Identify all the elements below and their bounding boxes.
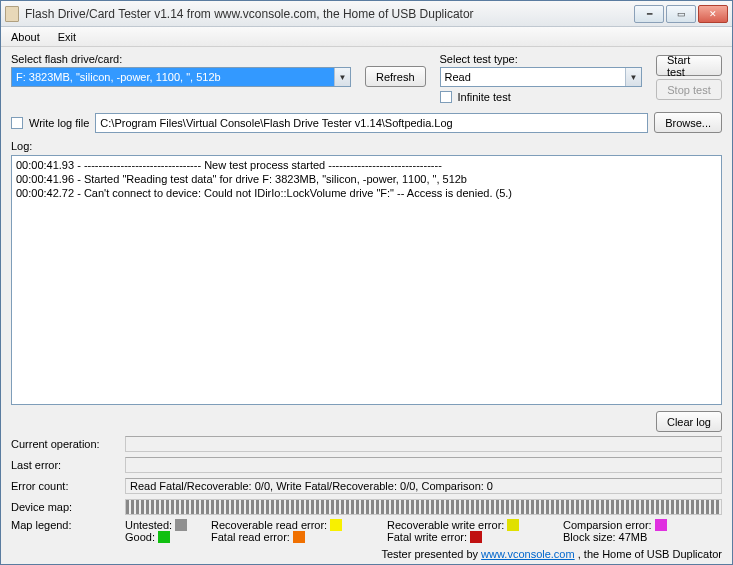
current-op-value bbox=[125, 436, 722, 452]
write-log-checkbox[interactable] bbox=[11, 117, 23, 129]
app-window: Flash Drive/Card Tester v1.14 from www.v… bbox=[0, 0, 733, 565]
footer-prefix: Tester presented by bbox=[381, 548, 481, 560]
drive-selected-value: F: 3823MB, "silicon, -power, 1100, ", 51… bbox=[12, 68, 334, 86]
legend-recwrite-label: Recoverable write error: bbox=[387, 519, 504, 531]
minimize-button[interactable]: ━ bbox=[634, 5, 664, 23]
titlebar[interactable]: Flash Drive/Card Tester v1.14 from www.v… bbox=[1, 1, 732, 27]
test-type-dropdown[interactable]: Read ▼ bbox=[440, 67, 642, 87]
legend-label: Map legend: bbox=[11, 519, 121, 531]
last-error-label: Last error: bbox=[11, 459, 121, 471]
close-button[interactable]: ✕ bbox=[698, 5, 728, 23]
log-path-input[interactable]: C:\Program Files\Virtual Console\Flash D… bbox=[95, 113, 648, 133]
browse-button[interactable]: Browse... bbox=[654, 112, 722, 133]
legend-fatalread-label: Fatal read error: bbox=[211, 531, 290, 543]
test-type-value: Read bbox=[441, 68, 625, 86]
legend-blocksize-label: Block size: bbox=[563, 531, 616, 543]
legend-blocksize-value: 47MB bbox=[619, 531, 648, 543]
last-error-value bbox=[125, 457, 722, 473]
chevron-down-icon: ▼ bbox=[334, 68, 350, 86]
app-icon bbox=[5, 6, 19, 22]
write-log-label: Write log file bbox=[29, 117, 89, 129]
error-count-label: Error count: bbox=[11, 480, 121, 492]
clear-log-button[interactable]: Clear log bbox=[656, 411, 722, 432]
menubar: About Exit bbox=[1, 27, 732, 47]
maximize-button[interactable]: ▭ bbox=[666, 5, 696, 23]
stop-test-button: Stop test bbox=[656, 79, 722, 100]
swatch-fatal-read bbox=[293, 531, 305, 543]
current-op-label: Current operation: bbox=[11, 438, 121, 450]
legend-fatalwrite-label: Fatal write error: bbox=[387, 531, 467, 543]
start-test-button[interactable]: Start test bbox=[656, 55, 722, 76]
legend-good-label: Good: bbox=[125, 531, 155, 543]
chevron-down-icon: ▼ bbox=[625, 68, 641, 86]
legend-untested-label: Untested: bbox=[125, 519, 172, 531]
log-output[interactable]: 00:00:41.93 - --------------------------… bbox=[11, 155, 722, 405]
infinite-test-checkbox[interactable] bbox=[440, 91, 452, 103]
swatch-rec-read bbox=[330, 519, 342, 531]
menu-exit[interactable]: Exit bbox=[54, 29, 80, 45]
legend-comparison-label: Comparsion error: bbox=[563, 519, 652, 531]
device-map bbox=[125, 499, 722, 515]
drive-select-label: Select flash drive/card: bbox=[11, 53, 351, 65]
drive-select-dropdown[interactable]: F: 3823MB, "silicon, -power, 1100, ", 51… bbox=[11, 67, 351, 87]
legend-recread-label: Recoverable read error: bbox=[211, 519, 327, 531]
window-title: Flash Drive/Card Tester v1.14 from www.v… bbox=[25, 7, 634, 21]
footer-suffix: , the Home of USB Duplicator bbox=[575, 548, 722, 560]
footer-link[interactable]: www.vconsole.com bbox=[481, 548, 575, 560]
error-count-value: Read Fatal/Recoverable: 0/0, Write Fatal… bbox=[125, 478, 722, 494]
swatch-rec-write bbox=[507, 519, 519, 531]
infinite-test-label: Infinite test bbox=[458, 91, 511, 103]
swatch-comparison bbox=[655, 519, 667, 531]
log-label: Log: bbox=[11, 140, 722, 152]
test-type-label: Select test type: bbox=[440, 53, 642, 65]
footer: Tester presented by www.vconsole.com , t… bbox=[11, 546, 722, 560]
swatch-good bbox=[158, 531, 170, 543]
swatch-fatal-write bbox=[470, 531, 482, 543]
refresh-button[interactable]: Refresh bbox=[365, 66, 426, 87]
swatch-untested bbox=[175, 519, 187, 531]
device-map-label: Device map: bbox=[11, 501, 121, 513]
menu-about[interactable]: About bbox=[7, 29, 44, 45]
